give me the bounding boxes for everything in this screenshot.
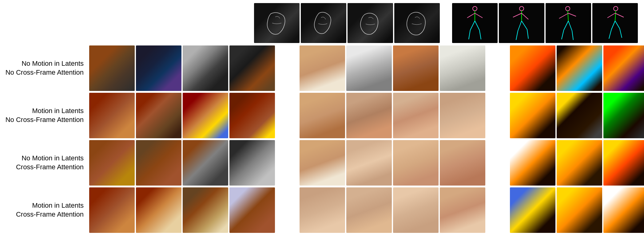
- svg-line-30: [609, 29, 611, 39]
- row-4-face-img-4: [440, 187, 485, 233]
- row-4-perf-img-3: [603, 187, 644, 233]
- row-3-faces: [300, 140, 485, 186]
- pose-img-1: [452, 3, 498, 43]
- svg-line-25: [615, 11, 616, 21]
- svg-line-23: [572, 31, 573, 40]
- row-4-groups: [89, 187, 644, 233]
- row-3-horse-img-4: [229, 140, 275, 186]
- row-4-face-img-1: [300, 187, 345, 233]
- row-3-groups: [89, 140, 644, 186]
- row-1-face-img-4: [440, 45, 485, 91]
- row-4-perf-img-2: [557, 187, 602, 233]
- row-1-perf-img-3: [603, 45, 644, 91]
- row-4-horse-img-1: [89, 187, 135, 233]
- pose-img-3: [546, 3, 591, 43]
- row-3-perf-img-2: [557, 140, 602, 186]
- row-4-horse-img-4: [229, 187, 275, 233]
- svg-line-14: [516, 31, 518, 40]
- svg-line-2: [467, 13, 475, 18]
- sketch-img-1: [254, 3, 300, 43]
- row-1-horse-img-1: [89, 45, 135, 91]
- svg-line-15: [527, 29, 528, 39]
- pose-img-2: [499, 3, 544, 43]
- row-2-label: Motion in Latents No Cross-Frame Attenti…: [0, 107, 89, 124]
- row-4-perf-img-1: [510, 187, 555, 233]
- row-2-face-img-4: [440, 93, 485, 138]
- svg-point-24: [614, 6, 618, 11]
- row-1-face-img-2: [346, 45, 392, 91]
- svg-line-18: [559, 13, 568, 18]
- row-2-perf-img-1: [510, 93, 555, 138]
- row-4-face-img-3: [393, 187, 439, 233]
- row-3-perfs: [510, 140, 644, 186]
- row-2-faces: [300, 93, 485, 138]
- svg-line-13: [522, 21, 527, 29]
- row-1-face-img-1: [300, 45, 345, 91]
- grid-row-4: Motion in Latents Cross-Frame Attention: [0, 187, 644, 233]
- row-4-horse-img-2: [136, 187, 181, 233]
- grid-row-1: No Motion in Latents No Cross-Frame Atte…: [0, 45, 644, 91]
- main-container: No Motion in Latents No Cross-Frame Atte…: [0, 0, 644, 238]
- row-2-perf-img-2: [557, 93, 602, 138]
- svg-point-16: [566, 6, 570, 11]
- row-3-horse-img-1: [89, 140, 135, 186]
- svg-line-27: [615, 13, 624, 17]
- top-reference-row: [0, 3, 644, 43]
- svg-line-12: [518, 21, 522, 31]
- row-3-horses: [89, 140, 275, 186]
- row-1-horses: [89, 45, 275, 91]
- row-4-perfs: [510, 187, 644, 233]
- row-2-horses: [89, 93, 275, 138]
- sketch-group: [254, 3, 440, 43]
- row-4-face-img-2: [346, 187, 392, 233]
- svg-line-22: [562, 30, 564, 39]
- row-1-groups: [89, 45, 644, 91]
- svg-line-29: [615, 21, 620, 29]
- row-2-perf-img-3: [603, 93, 644, 138]
- sketch-img-3: [348, 3, 393, 43]
- row-1-horse-img-3: [183, 45, 228, 91]
- row-1-perf-img-2: [557, 45, 602, 91]
- row-2-perfs: [510, 93, 644, 138]
- row-2-face-img-2: [346, 93, 392, 138]
- svg-line-26: [607, 13, 615, 18]
- row-3-label: No Motion in Latents Cross-Frame Attenti…: [0, 154, 89, 171]
- row-2-horse-img-3: [183, 93, 228, 138]
- svg-point-0: [473, 6, 477, 11]
- row-1-perfs: [510, 45, 644, 91]
- row-2-horse-img-1: [89, 93, 135, 138]
- row-3-face-img-4: [440, 140, 485, 186]
- svg-line-11: [522, 13, 528, 19]
- svg-line-3: [475, 13, 483, 18]
- svg-line-17: [568, 11, 568, 21]
- svg-line-19: [568, 13, 576, 16]
- svg-line-5: [475, 21, 479, 30]
- row-3-horse-img-3: [183, 140, 228, 186]
- row-3-face-img-3: [393, 140, 439, 186]
- row-2-horse-img-2: [136, 93, 181, 138]
- svg-line-10: [513, 13, 522, 17]
- sketch-img-2: [301, 3, 346, 43]
- grid-row-2: Motion in Latents No Cross-Frame Attenti…: [0, 93, 644, 138]
- svg-line-31: [620, 29, 622, 38]
- grid-row-3: No Motion in Latents Cross-Frame Attenti…: [0, 140, 644, 186]
- row-1-horse-img-4: [229, 45, 275, 91]
- pose-img-4: [592, 3, 638, 43]
- svg-line-21: [568, 21, 572, 31]
- row-1-horse-img-2: [136, 45, 181, 91]
- row-3-face-img-2: [346, 140, 392, 186]
- row-3-face-img-1: [300, 140, 345, 186]
- row-1-faces: [300, 45, 485, 91]
- row-4-horse-img-3: [183, 187, 228, 233]
- row-2-face-img-3: [393, 93, 439, 138]
- row-3-perf-img-1: [510, 140, 555, 186]
- row-4-label: Motion in Latents Cross-Frame Attention: [0, 201, 89, 219]
- row-4-horses: [89, 187, 275, 233]
- row-3-perf-img-3: [603, 140, 644, 186]
- row-4-faces: [300, 187, 485, 233]
- svg-line-20: [564, 21, 568, 30]
- row-1-perf-img-1: [510, 45, 555, 91]
- svg-line-6: [469, 30, 470, 39]
- sketch-img-4: [394, 3, 440, 43]
- svg-line-4: [470, 21, 475, 30]
